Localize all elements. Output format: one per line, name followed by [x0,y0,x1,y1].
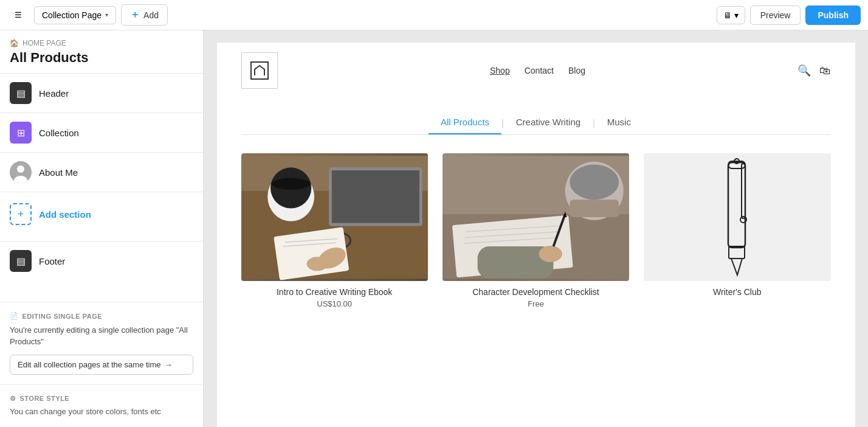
svg-point-10 [271,178,309,190]
sidebar-item-footer[interactable]: ▤ Footer [0,241,203,280]
product-card-2[interactable]: Character Development Checklist Free [443,153,629,308]
sidebar-item-footer-label: Footer [39,256,65,266]
product-name-3: Writer's Club [644,287,830,297]
product-card-1[interactable]: Intro to Creative Writing Ebook US$10.00 [241,153,428,308]
search-icon[interactable]: 🔍 [797,64,811,77]
store-style-section: ⚙ STORE STYLE You can change your store … [0,384,203,427]
preview-navbar: Shop Contact Blog 🔍 🛍 [217,43,855,99]
tab-music[interactable]: Music [595,111,643,134]
product-image-3 [644,153,830,281]
collection-icon: ⊞ [10,122,32,144]
about-avatar [10,161,32,183]
plus-icon: ＋ [130,9,140,21]
nav-link-contact[interactable]: Contact [525,66,554,75]
sidebar: 🏠 HOME PAGE All Products ▤ Header ⊞ Coll… [0,30,204,427]
svg-rect-3 [251,62,268,79]
sidebar-item-collection[interactable]: ⊞ Collection [0,113,203,152]
chevron-down-icon: ▾ [105,12,108,18]
sidebar-item-header[interactable]: ▤ Header [0,73,203,113]
add-section-icon: + [10,203,32,225]
editing-info: 📄 EDITING SINGLE PAGE You're currently e… [0,302,203,384]
footer-icon: ▤ [10,250,32,272]
page-title: All Products [0,50,203,73]
edit-all-label: Edit all collection pages at the same ti… [18,360,161,369]
svg-point-29 [539,246,562,262]
products-grid: Intro to Creative Writing Ebook US$10.00 [217,135,855,327]
nav-link-shop[interactable]: Shop [490,66,510,75]
arrow-right-icon: → [165,360,173,369]
topbar-left: ☰ Collection Page ▾ ＋ Add [7,4,168,26]
edit-all-button[interactable]: Edit all collection pages at the same ti… [10,355,193,375]
store-style-desc: You can change your store colors, fonts … [10,406,193,417]
header-icon: ▤ [10,82,32,104]
device-chevron-icon: ▾ [734,10,739,20]
svg-point-22 [570,165,619,200]
product-image-1 [241,153,428,281]
main-layout: 🏠 HOME PAGE All Products ▤ Header ⊞ Coll… [0,30,868,427]
topbar: ☰ Collection Page ▾ ＋ Add 🖥 ▾ Preview Pu… [0,0,868,30]
editing-label: 📄 EDITING SINGLE PAGE [10,312,193,320]
tab-creative-writing[interactable]: Creative Writing [504,111,593,134]
preview-button[interactable]: Preview [750,5,801,25]
svg-rect-23 [570,200,619,217]
product-price-1: US$10.00 [241,299,428,308]
add-section-label: Add section [39,209,91,220]
editing-desc: You're currently editing a single collec… [10,325,193,347]
product-price-2: Free [443,299,629,308]
sidebar-item-about-label: About Me [39,167,78,178]
device-selector[interactable]: 🖥 ▾ [717,6,745,24]
tab-all-products[interactable]: All Products [429,111,501,134]
collection-tabs: All Products | Creative Writing | Music [241,99,831,135]
svg-rect-33 [742,164,745,218]
desktop-icon: 🖥 [723,10,732,20]
breadcrumb-label: HOME PAGE [22,39,66,47]
home-icon: 🏠 [10,39,19,47]
page-selector[interactable]: Collection Page ▾ [34,6,116,24]
nav-icons: 🔍 🛍 [797,64,830,77]
store-style-icon: ⚙ [10,395,16,403]
product-card-3[interactable]: Writer's Club [644,153,830,308]
product-name-2: Character Development Checklist [443,287,629,297]
add-label: Add [143,10,159,20]
site-logo[interactable] [241,52,278,89]
hamburger-icon: ☰ [15,10,22,19]
sidebar-item-collection-label: Collection [39,128,79,138]
page-preview: Shop Contact Blog 🔍 🛍 All Products | Cre… [217,43,855,427]
svg-rect-7 [331,170,419,223]
add-section-button[interactable]: + Add section [0,192,203,236]
store-style-label: ⚙ STORE STYLE [10,395,193,403]
product-image-2 [443,153,629,281]
nav-link-blog[interactable]: Blog [568,66,585,75]
breadcrumb: 🏠 HOME PAGE [0,30,203,50]
page-edit-icon: 📄 [10,312,19,320]
menu-button[interactable]: ☰ [7,4,29,26]
add-button[interactable]: ＋ Add [121,4,168,26]
svg-point-18 [306,257,328,271]
nav-links: Shop Contact Blog [490,66,585,75]
canvas: Shop Contact Blog 🔍 🛍 All Products | Cre… [204,30,868,427]
bag-icon[interactable]: 🛍 [819,64,830,77]
sidebar-item-about[interactable]: About Me [0,152,203,192]
svg-rect-32 [728,162,745,248]
topbar-right: 🖥 ▾ Preview Publish [717,5,861,25]
product-name-1: Intro to Creative Writing Ebook [241,287,428,297]
sidebar-item-header-label: Header [39,88,69,99]
svg-point-1 [17,165,24,173]
page-selector-label: Collection Page [42,10,102,20]
publish-button[interactable]: Publish [805,5,861,25]
